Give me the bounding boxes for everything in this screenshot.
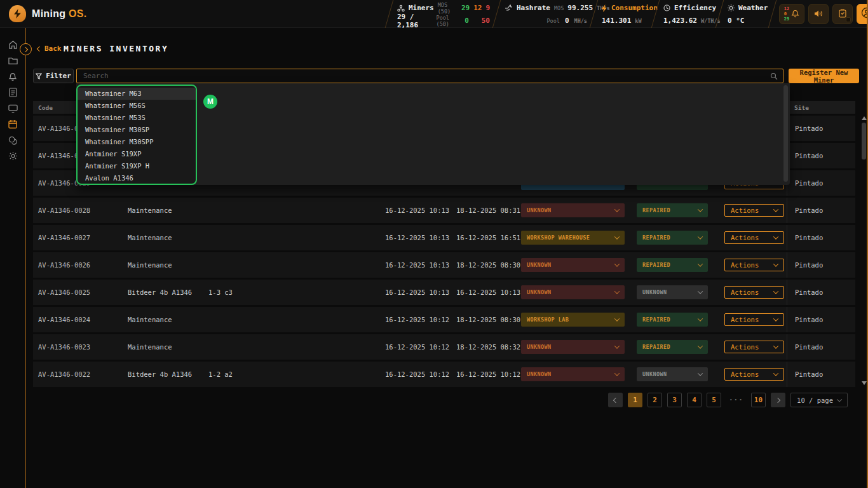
bell-icon	[791, 8, 799, 20]
suggestion-item[interactable]: Whatsminer M63	[78, 88, 196, 100]
register-new-miner-button[interactable]: Register New Miner	[789, 69, 859, 83]
weather-value: 0 °C	[728, 17, 745, 25]
repair-status-select[interactable]: REPAIRED	[637, 340, 708, 354]
location-status-select[interactable]: UNKNOWN	[521, 340, 625, 354]
repair-status-label: REPAIRED	[642, 234, 670, 241]
sidebar-item-reports[interactable]	[0, 85, 25, 100]
suggestion-item[interactable]: Whatsminer M56S	[78, 100, 196, 112]
notifications-button[interactable]: 12 0 29	[779, 4, 804, 24]
pagination-prev[interactable]	[608, 393, 623, 407]
page-size-select[interactable]: 10 / page	[790, 393, 848, 407]
location-status-label: UNKNOWN	[527, 262, 552, 268]
pagination-page[interactable]: 5	[707, 393, 721, 407]
sidebar-item-monitoring[interactable]	[0, 100, 25, 116]
repair-status-select[interactable]: REPAIRED	[637, 203, 708, 217]
cell-model: Bitdeer 4b A1346	[123, 370, 203, 378]
sidebar-item-tokens[interactable]	[0, 132, 25, 148]
consumption-label: Consumption	[611, 4, 658, 12]
cell-site: Pintado	[787, 362, 855, 387]
location-status-select[interactable]: UNKNOWN	[521, 258, 625, 272]
home-icon	[8, 40, 18, 50]
scroll-up-arrow[interactable]	[862, 116, 867, 120]
sidebar-item-inventory[interactable]	[0, 116, 25, 132]
location-status-select[interactable]: UNKNOWN	[521, 367, 625, 381]
actions-select[interactable]: Actions	[724, 313, 784, 326]
sidebar-item-alerts[interactable]	[0, 69, 25, 85]
cell-date-created: 16-12-2025 10:12	[380, 343, 451, 351]
actions-label: Actions	[731, 370, 759, 378]
cell-model: Maintenance	[123, 261, 203, 269]
cell-model: Maintenance	[123, 234, 203, 241]
sidebar-item-settings[interactable]	[0, 148, 25, 164]
pagination-page[interactable]: 2	[648, 393, 662, 407]
cell-site: Pintado	[787, 225, 855, 250]
table-scrollbar[interactable]	[861, 115, 867, 386]
table-row[interactable]: AV-A1346-0023 Maintenance 16-12-2025 10:…	[33, 334, 855, 360]
sidebar-expand-toggle[interactable]	[20, 43, 32, 55]
dropdown-scrollbar-thumb[interactable]	[783, 85, 788, 182]
actions-select[interactable]: Actions	[724, 341, 784, 353]
table-row[interactable]: AV-A1346-0028 Maintenance 16-12-2025 10:…	[33, 198, 855, 223]
actions-select[interactable]: Actions	[724, 231, 784, 244]
scroll-down-arrow[interactable]	[862, 381, 867, 385]
location-status-label: WORKSHOP LAB	[527, 316, 569, 323]
cell-date-created: 16-12-2025 10:13	[380, 234, 451, 241]
location-status-label: UNKNOWN	[527, 344, 552, 350]
tasks-button[interactable]	[832, 4, 853, 24]
pagination-page[interactable]: 1	[628, 393, 642, 407]
cell-model: Bitdeer 4b A1346	[123, 288, 203, 296]
table-row[interactable]: AV-A1346-0027 Maintenance 16-12-2025 10:…	[33, 225, 855, 250]
hashrate-mos-value: 99.255	[567, 4, 593, 12]
table-row[interactable]: AV-A1346-0022 Bitdeer 4b A1346 1-2_a2 16…	[33, 362, 855, 387]
table-row[interactable]: AV-A1346-0025 Bitdeer 4b A1346 1-3_c3 16…	[33, 280, 855, 305]
consumption-unit: kW	[635, 18, 641, 24]
chevron-down-icon	[614, 316, 620, 321]
cell-date-updated: 16-12-2025 10:12	[451, 370, 521, 378]
cell-model: Maintenance	[123, 316, 203, 323]
sidebar-item-folders[interactable]	[0, 53, 25, 69]
repair-status-select[interactable]: REPAIRED	[637, 258, 708, 272]
pagination-next[interactable]	[771, 393, 785, 407]
location-status-select[interactable]: UNKNOWN	[521, 203, 625, 217]
pagination-last[interactable]: 10	[751, 393, 766, 407]
gear-icon	[8, 151, 18, 161]
actions-select[interactable]: Actions	[724, 368, 784, 381]
pagination-page[interactable]: 4	[687, 393, 702, 407]
search-input[interactable]	[77, 69, 770, 83]
repair-status-select[interactable]: UNKNOWN	[637, 285, 708, 299]
repair-status-select[interactable]: UNKNOWN	[637, 367, 708, 381]
pagination: 12345 ··· 10 10 / page	[608, 393, 848, 407]
sound-button[interactable]	[808, 4, 829, 24]
scrollbar-thumb[interactable]	[862, 123, 866, 159]
repair-status-select[interactable]: REPAIRED	[637, 231, 708, 245]
actions-label: Actions	[731, 261, 759, 269]
suggestion-item[interactable]: Whatsminer M30SPP	[78, 136, 196, 148]
cursor-marker: M	[203, 95, 217, 109]
location-status-select[interactable]: UNKNOWN	[521, 285, 625, 299]
pagination-page[interactable]: 3	[667, 393, 682, 407]
brand-logo-icon	[9, 5, 26, 22]
actions-select[interactable]: Actions	[724, 204, 784, 217]
suggestion-item[interactable]: Whatsminer M53S	[78, 112, 196, 124]
actions-label: Actions	[731, 207, 759, 214]
suggestion-item[interactable]: Antminer S19XP	[78, 148, 196, 160]
filter-button[interactable]: Filter	[33, 69, 74, 83]
hashrate-label: Hashrate	[517, 4, 550, 12]
suggestion-item[interactable]: Whatsminer M30SP	[78, 124, 196, 136]
chevron-right-icon	[775, 397, 780, 402]
hashrate-pool-value: 0	[565, 17, 569, 25]
repair-status-select[interactable]: REPAIRED	[637, 313, 708, 327]
content-left-border	[25, 28, 26, 488]
actions-select[interactable]: Actions	[724, 259, 784, 271]
actions-select[interactable]: Actions	[724, 286, 784, 299]
table-row[interactable]: AV-A1346-0026 Maintenance 16-12-2025 10:…	[33, 252, 855, 278]
suggestion-item[interactable]: Avalon A1346	[78, 172, 196, 184]
suggestion-item[interactable]: Antminer S19XP H	[78, 160, 196, 172]
cell-date-updated: 18-12-2025 08:30	[451, 316, 521, 323]
back-button[interactable]: Back	[36, 44, 62, 53]
location-status-select[interactable]: WORKSHOP LAB	[521, 313, 625, 327]
location-status-select[interactable]: WORKSHOP WAREHOUSE	[521, 231, 625, 245]
table-row[interactable]: AV-A1346-0024 Maintenance 16-12-2025 10:…	[33, 307, 855, 332]
display-icon	[8, 104, 18, 113]
cell-model: Maintenance	[123, 207, 203, 214]
